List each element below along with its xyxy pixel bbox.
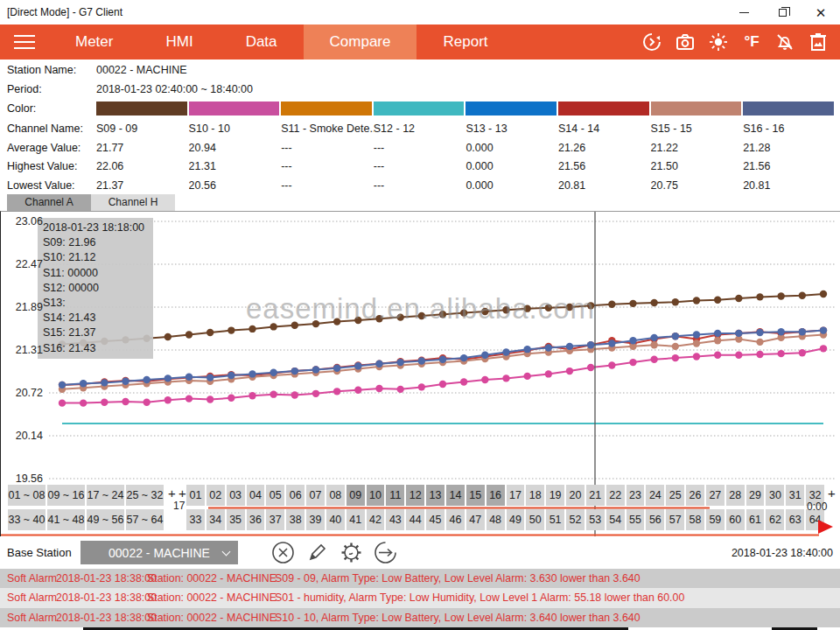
minimize-button[interactable]: [724, 0, 763, 24]
channel-button-14[interactable]: 14: [446, 485, 465, 506]
edit-pencil-icon[interactable]: [304, 541, 329, 565]
nav-item-compare[interactable]: Compare: [304, 24, 417, 60]
alarm-row[interactable]: Soft Alarm2018-01-23 18:38:00Station: 00…: [0, 588, 840, 607]
expand-left-button[interactable]: +: [168, 486, 176, 500]
channel-button-48[interactable]: 48: [486, 509, 505, 530]
expand-right-button[interactable]: +: [828, 486, 836, 500]
channel-button-63[interactable]: 63: [786, 509, 804, 530]
channel-group-button-17~24[interactable]: 17 ~ 24: [87, 485, 124, 506]
channel-group-button-33~40[interactable]: 33 ~ 40: [8, 509, 46, 530]
nav-item-meter[interactable]: Meter: [49, 24, 139, 60]
channel-button-09[interactable]: 09: [346, 485, 365, 506]
snapshot-trash-icon[interactable]: [803, 27, 833, 57]
channel-button-49[interactable]: 49: [507, 509, 525, 530]
channel-button-50[interactable]: 50: [526, 509, 544, 530]
alarm-row[interactable]: Soft Alarm2018-01-23 18:38:00Station: 00…: [0, 608, 840, 627]
channel-button-31[interactable]: 31: [786, 485, 804, 506]
nav-item-report[interactable]: Report: [416, 24, 514, 60]
channel-button-03[interactable]: 03: [227, 485, 245, 506]
channel-button-44[interactable]: 44: [406, 509, 424, 530]
channel-button-30[interactable]: 30: [766, 485, 784, 506]
channel-button-10[interactable]: 10: [367, 485, 385, 506]
channel-button-61[interactable]: 61: [746, 509, 765, 530]
channel-button-39[interactable]: 39: [306, 509, 325, 530]
camera-icon[interactable]: [670, 27, 700, 57]
channel-group-button-09~16[interactable]: 09 ~ 16: [47, 485, 85, 506]
channel-button-06[interactable]: 06: [286, 485, 304, 506]
channel-button-40[interactable]: 40: [326, 509, 345, 530]
settings-gear-icon[interactable]: [339, 541, 363, 565]
tab-channel-h[interactable]: Channel H: [91, 194, 175, 211]
expand-mid-button[interactable]: +: [178, 486, 186, 500]
channel-button-11[interactable]: 11: [386, 485, 404, 506]
channel-group-button-57~64[interactable]: 57 ~ 64: [126, 509, 164, 530]
channel-button-28[interactable]: 28: [726, 485, 745, 506]
brightness-icon[interactable]: [704, 27, 733, 57]
channel-button-12[interactable]: 12: [406, 485, 424, 506]
channel-button-16[interactable]: 16: [486, 485, 505, 506]
channel-button-58[interactable]: 58: [686, 509, 704, 530]
channel-button-53[interactable]: 53: [586, 509, 605, 530]
channel-button-59[interactable]: 59: [706, 509, 724, 530]
channel-group-button-25~32[interactable]: 25 ~ 32: [126, 485, 164, 506]
alarm-row[interactable]: Soft Alarm2018-01-23 18:38:00Station: 00…: [0, 569, 840, 588]
nav-item-data[interactable]: Data: [220, 24, 304, 60]
channel-button-35[interactable]: 35: [227, 509, 245, 530]
channel-button-15[interactable]: 15: [466, 485, 485, 506]
channel-button-34[interactable]: 34: [206, 509, 225, 530]
fahrenheit-icon[interactable]: °F: [737, 27, 766, 57]
export-arrow-icon[interactable]: [373, 541, 397, 565]
channel-button-55[interactable]: 55: [626, 509, 645, 530]
channel-button-57[interactable]: 57: [666, 509, 684, 530]
tab-channel-a[interactable]: Channel A: [7, 194, 91, 211]
channel-button-56[interactable]: 56: [646, 509, 664, 530]
channel-button-60[interactable]: 60: [726, 509, 745, 530]
channel-button-27[interactable]: 27: [706, 485, 724, 506]
channel-button-52[interactable]: 52: [566, 509, 584, 530]
channel-button-02[interactable]: 02: [206, 485, 225, 506]
channel-button-37[interactable]: 37: [266, 509, 284, 530]
channel-group-button-49~56[interactable]: 49 ~ 56: [87, 509, 124, 530]
channel-button-36[interactable]: 36: [247, 509, 265, 530]
channel-button-47[interactable]: 47: [466, 509, 485, 530]
channel-group-button-41~48[interactable]: 41 ~ 48: [47, 509, 85, 530]
channel-button-18[interactable]: 18: [526, 485, 544, 506]
channel-button-17[interactable]: 17: [507, 485, 525, 506]
channel-button-24[interactable]: 24: [646, 485, 664, 506]
channel-button-46[interactable]: 46: [446, 509, 465, 530]
channel-button-54[interactable]: 54: [606, 509, 625, 530]
channel-button-38[interactable]: 38: [286, 509, 304, 530]
close-button[interactable]: ✕: [802, 0, 840, 24]
channel-group-button-01~08[interactable]: 01 ~ 08: [8, 485, 46, 506]
cancel-circle-icon[interactable]: [270, 541, 295, 565]
nav-item-hmi[interactable]: HMI: [139, 24, 219, 60]
channel-button-07[interactable]: 07: [306, 485, 325, 506]
channel-button-25[interactable]: 25: [666, 485, 684, 506]
channel-button-42[interactable]: 42: [367, 509, 385, 530]
channel-button-04[interactable]: 04: [247, 485, 265, 506]
sync-icon[interactable]: [637, 27, 667, 57]
maximize-button[interactable]: [763, 0, 802, 24]
channel-button-20[interactable]: 20: [566, 485, 584, 506]
channel-button-13[interactable]: 13: [426, 485, 444, 506]
channel-button-23[interactable]: 23: [626, 485, 645, 506]
compare-chart[interactable]: easemind.en.alibaba.com 2018-01-23 18:18…: [0, 211, 840, 536]
channel-button-62[interactable]: 62: [766, 509, 784, 530]
channel-button-01[interactable]: 01: [186, 485, 205, 506]
mute-bell-icon[interactable]: [770, 27, 800, 57]
channel-button-29[interactable]: 29: [746, 485, 765, 506]
channel-button-22[interactable]: 22: [606, 485, 625, 506]
channel-button-26[interactable]: 26: [686, 485, 704, 506]
channel-button-43[interactable]: 43: [386, 509, 404, 530]
channel-button-08[interactable]: 08: [326, 485, 345, 506]
hamburger-menu-button[interactable]: [0, 24, 49, 60]
channel-button-21[interactable]: 21: [586, 485, 605, 506]
channel-button-05[interactable]: 05: [266, 485, 284, 506]
channel-button-41[interactable]: 41: [346, 509, 365, 530]
channel-button-33[interactable]: 33: [186, 509, 205, 530]
channel-button-45[interactable]: 45: [426, 509, 444, 530]
scroll-right-arrow[interactable]: [818, 520, 833, 534]
channel-button-19[interactable]: 19: [546, 485, 564, 506]
base-station-dropdown[interactable]: 00022 - MACHINE: [80, 541, 238, 564]
channel-button-51[interactable]: 51: [546, 509, 564, 530]
